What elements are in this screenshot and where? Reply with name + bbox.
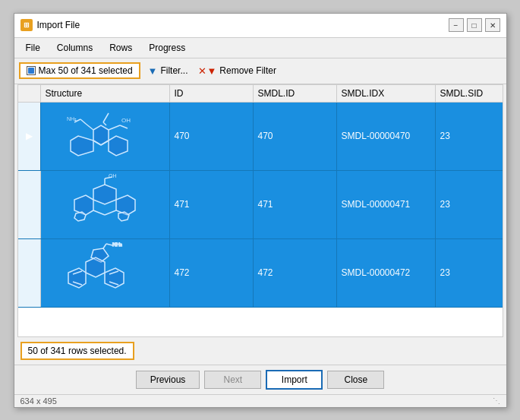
next-button[interactable]: Next	[204, 371, 261, 389]
title-controls: − □ ✕	[449, 18, 500, 32]
bottom-bar: 634 x 495 ⋱	[14, 394, 506, 407]
svg-marker-23	[118, 212, 129, 221]
col-id: ID	[170, 85, 254, 102]
svg-marker-5	[109, 136, 128, 156]
table-row[interactable]: NH₂	[18, 239, 503, 308]
svg-line-9	[120, 125, 128, 128]
svg-marker-15	[93, 185, 116, 204]
svg-marker-4	[71, 136, 93, 156]
previous-button[interactable]: Previous	[136, 371, 200, 389]
table-scroll[interactable]: ▶	[18, 103, 503, 336]
filter-label: Filter...	[160, 65, 188, 76]
cell-smdlid-3: 472	[254, 239, 337, 307]
menu-rows[interactable]: Rows	[101, 39, 140, 56]
col-smdl-id: SMDL.ID	[254, 85, 337, 102]
col-structure: Structure	[41, 85, 170, 102]
status-area: 50 of 341 rows selected.	[14, 337, 506, 365]
max-selected-button[interactable]: Max 50 of 341 selected	[19, 62, 140, 79]
close-window-button[interactable]: ✕	[485, 18, 500, 32]
row-arrow-2	[18, 171, 41, 238]
col-arrow	[18, 85, 41, 102]
minimize-button[interactable]: −	[449, 18, 464, 32]
table-row[interactable]: OH 471 471 SMDL-00000471 23	[18, 171, 503, 239]
cell-smdlidx-3: SMDL-00000472	[337, 239, 436, 307]
svg-marker-31	[105, 268, 124, 288]
status-bar: 50 of 341 rows selected.	[20, 342, 134, 360]
svg-text:NH₂: NH₂	[67, 116, 77, 122]
menu-columns[interactable]: Columns	[49, 39, 101, 56]
svg-line-20	[93, 210, 105, 215]
col-smdl-sid: SMDL.SID	[436, 85, 503, 102]
app-icon: ⊞	[20, 19, 33, 31]
table-header: Structure ID SMDL.ID SMDL.IDX SMDL.SID	[18, 85, 503, 103]
svg-line-2	[103, 122, 106, 125]
title-bar: ⊞ Import File − □ ✕	[14, 14, 506, 38]
toolbar: Max 50 of 341 selected ▼ Filter... ✕▼ Re…	[14, 58, 506, 84]
checkbox-icon	[27, 66, 36, 75]
cell-smdlsid-3: 23	[436, 239, 503, 307]
molecule-structure-1: OH NH₂	[41, 103, 170, 170]
menu-bar: File Columns Rows Progress	[14, 38, 506, 58]
cell-smdlidx-1: SMDL-00000470	[337, 103, 436, 170]
import-button[interactable]: Import	[266, 370, 323, 390]
cell-smdlid-1: 470	[254, 103, 337, 170]
svg-marker-29	[86, 257, 105, 277]
menu-progress[interactable]: Progress	[140, 39, 194, 56]
row-arrow-1: ▶	[18, 103, 41, 170]
remove-filter-label: Remove Filter	[219, 65, 276, 76]
svg-text:NH₂: NH₂	[112, 242, 122, 247]
data-table: Structure ID SMDL.ID SMDL.IDX SMDL.SID ▶	[17, 84, 503, 337]
max-selected-label: Max 50 of 341 selected	[39, 65, 133, 76]
cell-id-3: 472	[170, 239, 254, 307]
dimensions-label: 634 x 495	[20, 396, 57, 406]
svg-marker-30	[68, 268, 86, 288]
svg-marker-18	[74, 195, 93, 215]
cell-smdlidx-2: SMDL-00000471	[337, 171, 436, 238]
remove-filter-button[interactable]: ✕▼ Remove Filter	[195, 64, 279, 78]
col-smdl-idx: SMDL.IDX	[337, 85, 436, 102]
title-bar-left: ⊞ Import File	[20, 19, 80, 31]
remove-filter-icon: ✕▼	[198, 65, 216, 77]
cell-smdlid-2: 471	[254, 171, 337, 238]
svg-marker-22	[74, 212, 86, 221]
cell-smdlsid-2: 23	[436, 171, 503, 238]
cell-id-2: 471	[170, 171, 254, 238]
menu-file[interactable]: File	[17, 39, 49, 56]
row-arrow-3	[18, 239, 41, 307]
resize-icon: ⋱	[493, 396, 500, 406]
svg-line-11	[80, 119, 86, 124]
window-title: Import File	[37, 20, 80, 30]
svg-text:OH: OH	[121, 117, 131, 124]
import-file-window: ⊞ Import File − □ ✕ File Columns Rows Pr…	[14, 13, 507, 408]
molecule-structure-3: NH₂	[41, 239, 170, 307]
filter-button[interactable]: ▼ Filter...	[145, 64, 191, 78]
molecule-structure-2: OH	[41, 171, 170, 238]
svg-text:OH: OH	[109, 174, 117, 178]
close-button[interactable]: Close	[327, 371, 384, 389]
svg-line-27	[106, 244, 112, 245]
svg-line-1	[103, 113, 109, 122]
maximize-button[interactable]: □	[467, 18, 482, 32]
footer: Previous Next Import Close	[14, 365, 506, 394]
svg-line-8	[109, 125, 120, 130]
svg-line-10	[86, 124, 93, 130]
svg-rect-0	[28, 68, 34, 74]
table-row[interactable]: ▶	[18, 103, 503, 171]
cell-id-1: 470	[170, 103, 254, 170]
cell-smdlsid-1: 23	[436, 103, 503, 170]
svg-line-26	[103, 244, 106, 248]
selection-status: 50 of 341 rows selected.	[28, 346, 127, 356]
svg-line-21	[105, 210, 116, 215]
filter-icon: ▼	[148, 65, 158, 77]
